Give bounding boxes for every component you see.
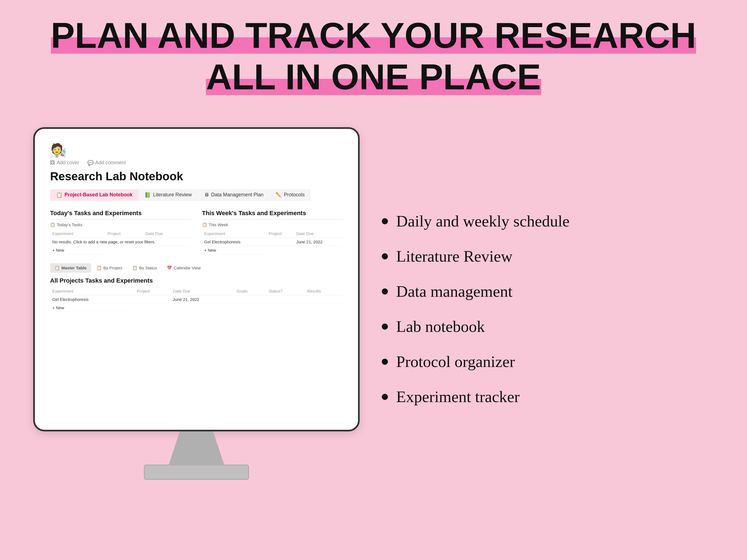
- todays-new-row[interactable]: + New: [50, 246, 105, 254]
- experiment-cell: Gel Electrophoresis: [202, 238, 266, 246]
- thisweek-table: Experiment Project Date Due Gel Electrop…: [202, 230, 343, 255]
- bullet-item: Data management: [382, 282, 714, 301]
- date-cell: June 21, 2022: [294, 238, 343, 246]
- bullet-item: Experiment tracker: [382, 388, 714, 406]
- calendar-icon: 📅: [167, 265, 172, 270]
- bullet-dot: [382, 359, 388, 365]
- thisweek-section-title: This Week's Tasks and Experiments: [202, 210, 343, 219]
- headline: PLAN AND TRACK YOUR RESEARCH ALL IN ONE …: [0, 0, 747, 111]
- table-icon5: 📋: [132, 265, 137, 270]
- all-projects-title: All Projects Tasks and Experiments: [50, 277, 343, 284]
- col-date3: Date Due: [171, 287, 235, 295]
- monitor-wrapper: 🧑‍🔬 🖼 Add cover 💬 Add comment Research L…: [33, 127, 360, 480]
- add-comment-button[interactable]: 💬 Add comment: [87, 160, 126, 166]
- project-cell: [266, 238, 294, 246]
- bullet-item: Literature Review: [382, 247, 714, 265]
- bullet-item: Protocol organizer: [382, 352, 714, 371]
- bullet-dot: [382, 324, 388, 330]
- table-icon2: 📋: [202, 222, 207, 227]
- table-icon: 📋: [50, 222, 55, 227]
- bullet-dot: [382, 218, 388, 224]
- col-project2: Project: [266, 230, 294, 238]
- bullet-item: Lab notebook: [382, 317, 714, 336]
- col-experiment2: Experiment: [202, 230, 266, 238]
- col-goals: Goals: [235, 287, 266, 295]
- notion-emoji: 🧑‍🔬: [50, 143, 343, 158]
- bullet-dot: [382, 394, 388, 400]
- todays-table: Experiment Project Date Due No results. …: [50, 230, 191, 255]
- results-cell: [305, 295, 343, 303]
- bullet-text: Daily and weekly schedule: [396, 212, 570, 230]
- bottom-tab-master[interactable]: 📋 Master Table: [50, 263, 91, 273]
- col-experiment: Experiment: [50, 230, 105, 238]
- notion-tabs: 📋 Project-Based Lab Notebook 📗 Literatur…: [50, 189, 343, 201]
- bullet-item: Daily and weekly schedule: [382, 212, 714, 230]
- table-icon3: 📋: [54, 265, 60, 270]
- thisweek-new-row[interactable]: + New: [202, 246, 266, 254]
- experiment-all-cell: Gel Electrophoresis: [50, 295, 134, 303]
- tab-protocols[interactable]: ✏️ Protocols: [269, 189, 311, 201]
- page-title: Research Lab Notebook: [50, 170, 343, 183]
- bullet-dot: [382, 288, 388, 295]
- table-icon4: 📋: [97, 265, 102, 270]
- col-results: Results: [305, 287, 343, 295]
- tab-literature-review[interactable]: 📗 Literature Review: [138, 189, 198, 201]
- clipboard-icon: 📋: [56, 192, 62, 198]
- add-cover-button[interactable]: 🖼 Add cover: [50, 160, 79, 166]
- bottom-tab-calendar[interactable]: 📅 Calendar View: [162, 263, 205, 273]
- monitor-neck: [169, 431, 224, 464]
- notion-tables: Today's Tasks and Experiments 📋 Today's …: [50, 210, 343, 255]
- todays-sub-tab[interactable]: 📋 Today's Tasks: [50, 222, 191, 227]
- notion-bottom-tabs: 📋 Master Table 📋 By Project 📋 By Status …: [50, 263, 343, 273]
- col-project3: Project: [134, 287, 171, 295]
- no-results-text: No results. Click to add a new page, or …: [50, 238, 191, 246]
- todays-section: Today's Tasks and Experiments 📋 Today's …: [50, 210, 191, 255]
- tab-data-management[interactable]: 🖥 Data Management Plan: [198, 189, 269, 201]
- col-date-due2: Date Due: [294, 230, 343, 238]
- bullet-text: Data management: [396, 282, 512, 301]
- pencil-icon: ✏️: [276, 192, 282, 198]
- book-icon: 📗: [145, 192, 151, 198]
- comment-icon: 💬: [87, 160, 94, 166]
- project-all-cell: [134, 295, 171, 303]
- monitor-base: [144, 464, 249, 480]
- bullet-text: Experiment tracker: [396, 388, 520, 406]
- bottom-tab-by-status[interactable]: 📋 By Status: [128, 263, 161, 273]
- thisweek-sub-tab[interactable]: 📋 This Week: [202, 222, 343, 227]
- bullet-text: Protocol organizer: [396, 352, 515, 371]
- bullet-list: Daily and weekly schedule Literature Rev…: [382, 127, 714, 480]
- todays-section-title: Today's Tasks and Experiments: [50, 210, 191, 219]
- thisweek-section: This Week's Tasks and Experiments 📋 This…: [202, 210, 343, 255]
- computer-icon: 🖥: [204, 192, 209, 198]
- notion-toolbar: 🖼 Add cover 💬 Add comment: [50, 160, 343, 166]
- headline-line1: PLAN AND TRACK YOUR RESEARCH: [51, 15, 696, 56]
- col-date-due: Date Due: [143, 230, 191, 238]
- headline-line2: ALL IN ONE PLACE: [206, 57, 541, 97]
- col-experiment3: Experiment: [50, 287, 134, 295]
- monitor-screen: 🧑‍🔬 🖼 Add cover 💬 Add comment Research L…: [33, 127, 360, 431]
- all-projects-section: All Projects Tasks and Experiments Exper…: [50, 277, 343, 312]
- col-status: Status?: [266, 287, 305, 295]
- main-layout: 🧑‍🔬 🖼 Add cover 💬 Add comment Research L…: [0, 127, 747, 480]
- bottom-tab-by-project[interactable]: 📋 By Project: [92, 263, 127, 273]
- table-row: Gel Electrophoresis June 21, 2022: [50, 295, 343, 303]
- status-cell: [266, 295, 305, 303]
- goals-cell: [235, 295, 266, 303]
- tab-project-based[interactable]: 📋 Project-Based Lab Notebook: [50, 189, 138, 201]
- table-row: Gel Electrophoresis June 21, 2022: [202, 238, 343, 246]
- all-new-row[interactable]: + New: [50, 303, 134, 312]
- all-projects-table: Experiment Project Date Due Goals Status…: [50, 287, 343, 312]
- image-icon: 🖼: [50, 160, 55, 166]
- bullet-text: Lab notebook: [396, 317, 485, 336]
- date-all-cell: June 21, 2022: [171, 295, 235, 303]
- bullet-text: Literature Review: [396, 247, 512, 265]
- col-project: Project: [105, 230, 143, 238]
- bullet-dot: [382, 253, 388, 259]
